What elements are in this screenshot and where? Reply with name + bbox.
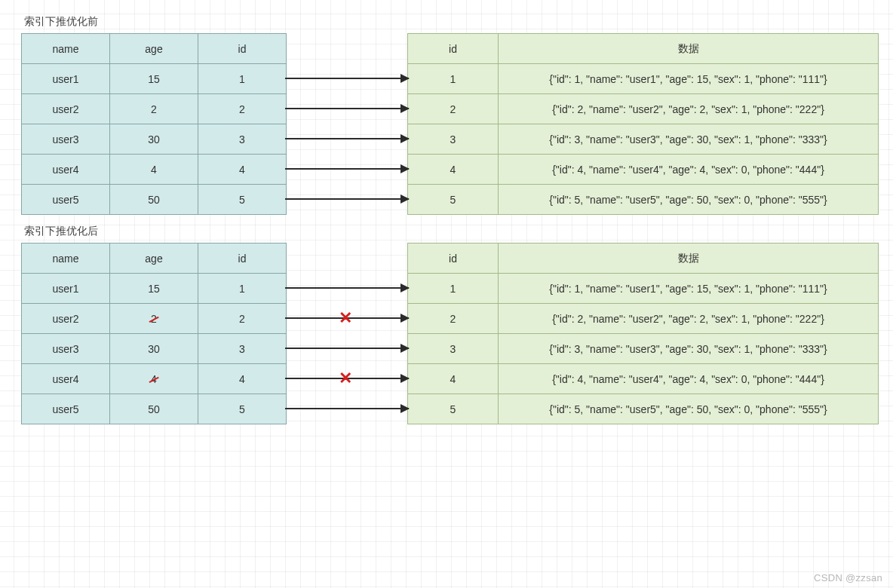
cell-id: 3 bbox=[198, 334, 287, 364]
watermark: CSDN @zzsan bbox=[814, 572, 882, 583]
cell-id: 2 bbox=[408, 94, 499, 124]
cell-age: 15 bbox=[110, 274, 198, 304]
table-row: 4{"id": 4, "name": "user4", "age": 4, "s… bbox=[408, 364, 879, 394]
before-section: 索引下推优化前 name age id user1151user222user3… bbox=[21, 15, 876, 215]
cell-id: 4 bbox=[408, 364, 499, 394]
cell-data: {"id": 2, "name": "user2", "age": 2, "se… bbox=[499, 304, 879, 334]
table-row: 2{"id": 2, "name": "user2", "age": 2, "s… bbox=[408, 304, 879, 334]
col-id: id bbox=[408, 34, 499, 64]
col-data: 数据 bbox=[499, 34, 879, 64]
table-row: user3303 bbox=[22, 334, 287, 364]
cell-name: user1 bbox=[22, 274, 110, 304]
cell-age: 50 bbox=[110, 394, 198, 424]
cell-name: user1 bbox=[22, 64, 110, 94]
cell-age: 50 bbox=[110, 185, 198, 215]
table-row: user222 bbox=[22, 304, 287, 334]
table-row: user5505 bbox=[22, 394, 287, 424]
cell-id: 3 bbox=[408, 334, 499, 364]
col-id: id bbox=[198, 34, 287, 64]
cell-id: 1 bbox=[408, 274, 499, 304]
cell-id: 3 bbox=[198, 124, 287, 155]
lookup-arrow bbox=[285, 348, 409, 349]
col-age: age bbox=[110, 34, 198, 64]
cell-data: {"id": 1, "name": "user1", "age": 15, "s… bbox=[499, 64, 879, 94]
before-arrow-gap bbox=[287, 33, 407, 214]
cell-data: {"id": 2, "name": "user2", "age": 2, "se… bbox=[499, 94, 879, 124]
cell-id: 2 bbox=[198, 304, 287, 334]
col-name: name bbox=[22, 243, 110, 274]
lookup-arrow bbox=[285, 378, 409, 379]
lookup-arrow bbox=[285, 168, 409, 170]
table-row: user1151 bbox=[22, 64, 287, 94]
table-row: user444 bbox=[22, 155, 287, 185]
cell-name: user3 bbox=[22, 334, 110, 364]
cell-age: 2 bbox=[110, 304, 198, 334]
cell-id: 5 bbox=[408, 394, 499, 424]
cell-name: user2 bbox=[22, 94, 110, 124]
cell-data: {"id": 1, "name": "user1", "age": 15, "s… bbox=[499, 274, 879, 304]
cell-id: 4 bbox=[198, 364, 287, 394]
cell-data: {"id": 3, "name": "user3", "age": 30, "s… bbox=[499, 124, 879, 155]
table-row: user444 bbox=[22, 364, 287, 394]
before-title: 索引下推优化前 bbox=[24, 15, 876, 29]
cell-id: 3 bbox=[408, 124, 499, 155]
cell-age: 30 bbox=[110, 334, 198, 364]
cell-id: 2 bbox=[198, 94, 287, 124]
lookup-arrow bbox=[285, 317, 409, 319]
table-row: 5{"id": 5, "name": "user5", "age": 50, "… bbox=[408, 394, 879, 424]
lookup-arrow bbox=[285, 198, 409, 200]
after-section: 索引下推优化后 name age id user1151user222user3… bbox=[21, 225, 876, 424]
cell-id: 5 bbox=[198, 394, 287, 424]
cell-id: 1 bbox=[198, 64, 287, 94]
lookup-arrow bbox=[285, 108, 409, 109]
cell-id: 2 bbox=[408, 304, 499, 334]
table-row: user222 bbox=[22, 94, 287, 124]
table-row: 4{"id": 4, "name": "user4", "age": 4, "s… bbox=[408, 155, 879, 185]
cell-age: 15 bbox=[110, 64, 198, 94]
before-data-table: id 数据 1{"id": 1, "name": "user1", "age":… bbox=[407, 33, 879, 215]
cell-data: {"id": 3, "name": "user3", "age": 30, "s… bbox=[499, 334, 879, 364]
cell-id: 1 bbox=[408, 64, 499, 94]
table-row: 1{"id": 1, "name": "user1", "age": 15, "… bbox=[408, 274, 879, 304]
col-id: id bbox=[408, 243, 499, 274]
cell-name: user5 bbox=[22, 185, 110, 215]
before-index-table: name age id user1151user222user3303user4… bbox=[21, 33, 287, 215]
table-row: 3{"id": 3, "name": "user3", "age": 30, "… bbox=[408, 334, 879, 364]
cell-name: user2 bbox=[22, 304, 110, 334]
after-title: 索引下推优化后 bbox=[24, 225, 876, 238]
cell-id: 5 bbox=[198, 185, 287, 215]
cell-name: user4 bbox=[22, 155, 110, 185]
cell-age: 30 bbox=[110, 124, 198, 155]
col-data: 数据 bbox=[499, 243, 879, 274]
table-row: user1151 bbox=[22, 274, 287, 304]
after-arrow-gap: ✕✕ bbox=[287, 243, 407, 424]
lookup-arrow bbox=[285, 287, 409, 289]
cell-id: 1 bbox=[198, 274, 287, 304]
cell-id: 4 bbox=[198, 155, 287, 185]
cell-name: user5 bbox=[22, 394, 110, 424]
cell-data: {"id": 4, "name": "user4", "age": 4, "se… bbox=[499, 364, 879, 394]
lookup-arrow bbox=[285, 78, 409, 79]
cell-name: user4 bbox=[22, 364, 110, 394]
lookup-arrow bbox=[285, 138, 409, 139]
cell-data: {"id": 5, "name": "user5", "age": 50, "s… bbox=[499, 394, 879, 424]
cell-data: {"id": 4, "name": "user4", "age": 4, "se… bbox=[499, 155, 879, 185]
cell-age: 4 bbox=[110, 364, 198, 394]
cell-data: {"id": 5, "name": "user5", "age": 50, "s… bbox=[499, 185, 879, 215]
col-id: id bbox=[198, 243, 287, 274]
col-name: name bbox=[22, 34, 110, 64]
lookup-arrow bbox=[285, 408, 409, 409]
after-index-table: name age id user1151user222user3303user4… bbox=[21, 243, 287, 424]
table-row: 3{"id": 3, "name": "user3", "age": 30, "… bbox=[408, 124, 879, 155]
col-age: age bbox=[110, 243, 198, 274]
cell-age: 4 bbox=[110, 155, 198, 185]
cell-name: user3 bbox=[22, 124, 110, 155]
after-data-table: id 数据 1{"id": 1, "name": "user1", "age":… bbox=[407, 243, 879, 424]
cell-age: 2 bbox=[110, 94, 198, 124]
table-row: 5{"id": 5, "name": "user5", "age": 50, "… bbox=[408, 185, 879, 215]
table-row: 1{"id": 1, "name": "user1", "age": 15, "… bbox=[408, 64, 879, 94]
table-row: 2{"id": 2, "name": "user2", "age": 2, "s… bbox=[408, 94, 879, 124]
table-row: user5505 bbox=[22, 185, 287, 215]
cell-id: 4 bbox=[408, 155, 499, 185]
cell-id: 5 bbox=[408, 185, 499, 215]
